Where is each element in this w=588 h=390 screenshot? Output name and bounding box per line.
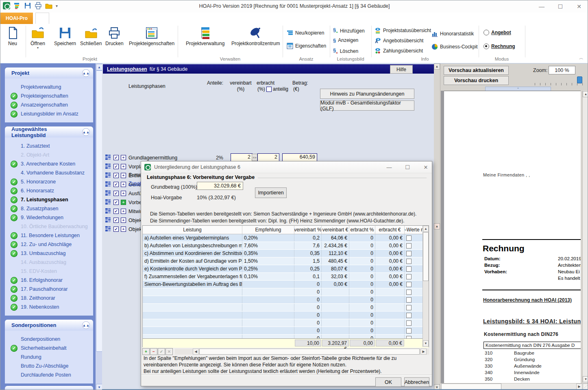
empfehlung-cell[interactable]: 0,25% bbox=[242, 265, 294, 272]
project-properties-button[interactable]: Projekteigenschaften bbox=[127, 26, 176, 47]
show-leistungsbild-button[interactable]: § Anzeigen bbox=[333, 37, 358, 43]
null-werte-checkbox[interactable] bbox=[406, 259, 412, 264]
vereinbart-pct-cell[interactable]: 0 bbox=[294, 288, 322, 296]
project-list-icon[interactable] bbox=[13, 2, 21, 9]
print-icon[interactable] bbox=[35, 2, 42, 9]
erbracht-pct-cell[interactable]: 0 bbox=[349, 288, 375, 296]
empfehlung-cell[interactable]: 0,20% bbox=[242, 234, 294, 242]
erbracht-pct-cell[interactable]: 0 bbox=[349, 281, 375, 288]
save-button[interactable]: Speichern bbox=[52, 26, 78, 47]
maximize-button[interactable]: ☐ bbox=[551, 0, 570, 13]
scroll-left-icon[interactable]: ◀ bbox=[193, 349, 199, 355]
erbracht-pct-cell[interactable]: 0 bbox=[349, 273, 375, 280]
sidebar-item[interactable]: 10. Örtliche Bauüberwachung bbox=[5, 222, 93, 231]
add-leistungsbild-button[interactable]: §+ Hinzufügen bbox=[333, 27, 365, 35]
business-cockpit-button[interactable]: Business-Cockpit bbox=[431, 44, 478, 50]
delete-leistungsbild-button[interactable]: §x Löschen bbox=[333, 48, 358, 55]
phase-checkbox[interactable] bbox=[113, 155, 119, 160]
document-viewport[interactable]: Meine Firmendaten , , Rechnung Datum: 20… bbox=[441, 91, 581, 383]
empfehlung-cell[interactable] bbox=[242, 319, 294, 327]
scroll-up-icon[interactable]: ▲ bbox=[96, 64, 102, 70]
cancel-button[interactable]: Abbrechen bbox=[404, 377, 429, 387]
expand-icon[interactable]: + bbox=[121, 218, 126, 223]
dialog-hscrollbar[interactable]: ◀ ▶ bbox=[175, 349, 429, 355]
new-button[interactable]: Neu bbox=[4, 26, 21, 47]
vereinbart-pct-cell[interactable]: 0,35 bbox=[294, 250, 322, 257]
scroll-thumb[interactable] bbox=[441, 383, 501, 390]
sidebar-item[interactable]: 16. Erfolgshonorar bbox=[5, 276, 93, 285]
null-werte-checkbox[interactable] bbox=[406, 305, 412, 310]
collapse-chevron-icon[interactable]: ▲▲ bbox=[82, 128, 90, 136]
fee-statistics-button[interactable]: Honorarstatistik bbox=[431, 31, 474, 37]
phase-checkbox[interactable] bbox=[113, 191, 119, 196]
grid-icon[interactable] bbox=[105, 217, 111, 222]
grid-icon[interactable] bbox=[105, 181, 111, 187]
grid-icon[interactable] bbox=[105, 226, 111, 231]
payment-overview-button[interactable]: Zahlungsübersicht bbox=[375, 48, 423, 54]
sidebar-item[interactable]: 19. Nebenkosten bbox=[5, 303, 93, 312]
dialog-table-scrollbar[interactable]: ▲ ▼ bbox=[422, 226, 429, 347]
sidebar-item[interactable]: 4. Vorhandene Bausubstanz bbox=[5, 168, 93, 177]
erbracht-pct-cell[interactable]: 0 bbox=[349, 265, 375, 272]
ribbon-tab[interactable] bbox=[75, 13, 88, 24]
preview-print-button[interactable]: Vorschau drucken bbox=[444, 76, 509, 85]
scroll-down-icon[interactable]: ▼ bbox=[423, 340, 429, 346]
grid-icon[interactable] bbox=[105, 208, 111, 214]
sidebar-item[interactable]: 1. Zusatztext bbox=[5, 142, 93, 150]
erbracht-pct-cell[interactable]: 0 bbox=[349, 319, 375, 327]
preview-refresh-button[interactable]: Vorschau aktualisieren bbox=[444, 66, 509, 75]
vereinbart-pct-cell[interactable]: 0 bbox=[294, 312, 322, 319]
project-control-center-button[interactable]: Projektkontrollzentrum bbox=[230, 26, 281, 47]
scroll-up-icon[interactable]: ▲ bbox=[423, 226, 429, 232]
vereinbart-input[interactable]: 2 bbox=[231, 153, 253, 162]
phase-checkbox[interactable] bbox=[113, 218, 119, 223]
sidebar-item[interactable]: 2. Objekt-Art bbox=[5, 150, 93, 159]
save-icon[interactable] bbox=[24, 2, 31, 9]
import-button[interactable]: Importieren bbox=[255, 187, 287, 198]
confirm-edit-button[interactable]: ✓ bbox=[158, 348, 165, 355]
close-button[interactable]: ✕ bbox=[570, 0, 588, 13]
properties-button[interactable]: Eigenschaften bbox=[287, 43, 326, 49]
dialog-table-row[interactable]: 0 0 bbox=[143, 312, 429, 319]
scroll-thumb[interactable] bbox=[96, 70, 102, 352]
phase-checkbox[interactable] bbox=[113, 182, 119, 187]
dialog-table-row[interactable]: d) Ermitteln der Kosten auf Grundlage vo… bbox=[143, 257, 429, 265]
dialog-maximize-button[interactable]: ☐ bbox=[399, 161, 416, 173]
scroll-thumb[interactable] bbox=[199, 349, 420, 355]
grid-icon[interactable] bbox=[105, 155, 111, 160]
null-werte-checkbox[interactable] bbox=[406, 320, 412, 326]
copy-arrow-button[interactable]: => bbox=[252, 154, 257, 161]
ribbon-tab[interactable] bbox=[101, 13, 114, 24]
null-werte-checkbox[interactable] bbox=[406, 251, 412, 256]
grid-icon[interactable] bbox=[105, 190, 111, 196]
scroll-mid-icon[interactable]: ▲ bbox=[434, 223, 440, 229]
phase-checkbox[interactable] bbox=[113, 227, 119, 232]
scroll-right-icon[interactable]: ▶ bbox=[576, 383, 582, 390]
mode-radio-rechnung[interactable]: Rechnung bbox=[483, 44, 515, 49]
scroll-down-icon[interactable]: ▼ bbox=[96, 384, 102, 390]
expand-icon[interactable]: + bbox=[121, 209, 126, 214]
null-werte-checkbox[interactable] bbox=[406, 290, 412, 295]
ribbon-tab[interactable] bbox=[35, 13, 49, 24]
help-button[interactable]: Hilfe bbox=[390, 65, 413, 74]
modul-mvb-button[interactable]: Modul mvB - Gesamtleistungsfaktor (GLF) bbox=[320, 100, 414, 111]
empfehlung-cell[interactable] bbox=[242, 335, 294, 338]
new-copy-button[interactable]: Neu/kopieren bbox=[287, 30, 324, 36]
erbracht-input[interactable]: 2 bbox=[257, 153, 279, 162]
erbracht-pct-cell[interactable]: 0 bbox=[349, 335, 375, 338]
dialog-table-row[interactable]: 0 0 bbox=[143, 327, 429, 335]
open-button[interactable]: Öffnen ▾ bbox=[29, 26, 47, 49]
sidebar-item[interactable]: 13. Umbauzuschlag bbox=[5, 249, 93, 258]
expand-icon[interactable]: + bbox=[121, 227, 126, 232]
null-werte-checkbox[interactable] bbox=[406, 297, 412, 303]
erbracht-pct-cell[interactable]: 0 bbox=[349, 312, 375, 319]
zoom-input[interactable]: 100 % bbox=[549, 66, 575, 74]
col-erbracht-pct[interactable]: erbracht % bbox=[349, 226, 375, 234]
minimize-button[interactable]: — bbox=[532, 0, 551, 13]
vereinbart-pct-cell[interactable]: 0 bbox=[294, 319, 322, 327]
ribbon-collapse-icon[interactable]: ︿ bbox=[579, 55, 584, 61]
sidebar-item[interactable]: Sicherheitseinbehalt bbox=[5, 344, 93, 353]
empfehlung-cell[interactable]: 0,35% bbox=[242, 250, 294, 257]
sidebar-item[interactable]: 7. Leistungsphasen bbox=[5, 195, 93, 204]
sidebar-item[interactable]: Durchlaufende Posten bbox=[5, 370, 93, 379]
